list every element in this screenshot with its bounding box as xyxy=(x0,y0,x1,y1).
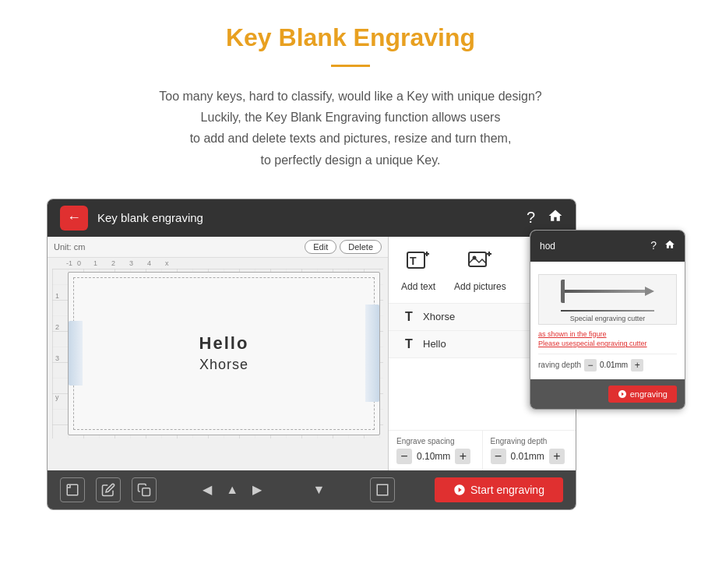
add-text-button[interactable]: T Add text xyxy=(401,248,435,292)
overlay-depth-row: raving depth − 0.01mm + xyxy=(538,354,677,371)
start-engraving-label: Start engraving xyxy=(470,484,544,496)
overlay-depth-label: raving depth xyxy=(538,361,581,369)
overlay-window: hod ? xyxy=(530,230,685,410)
overlay-header-icons: ? xyxy=(650,239,675,252)
v-ruler-3: 3 xyxy=(55,354,59,362)
overlay-engrave-button[interactable]: engraving xyxy=(608,386,677,403)
spacing-value: 0.10mm xyxy=(417,451,450,462)
spacing-stepper: − 0.10mm + xyxy=(396,449,474,464)
overlay-note: as shown in the figure Please usespecial… xyxy=(538,329,677,349)
svg-rect-11 xyxy=(143,488,150,496)
square-icon[interactable] xyxy=(370,477,395,502)
ruler-3: 3 xyxy=(129,259,133,267)
desc-line3: to add and delete texts and pictures, re… xyxy=(47,128,654,149)
ruler-0: 0 xyxy=(77,259,81,267)
overlay-engrave-label: engraving xyxy=(630,389,668,399)
cutter-line-bottom xyxy=(561,310,654,312)
desc-line2: Luckily, the Key Blank Engraving functio… xyxy=(47,107,654,128)
cutter-image-area: Special engraving cutter xyxy=(538,274,677,325)
resize-icon[interactable] xyxy=(60,477,85,502)
svg-rect-12 xyxy=(377,484,388,495)
bottom-toolbar: ◀ ▲ ▶ ▼ Start engraving xyxy=(48,470,576,509)
svg-rect-6 xyxy=(469,252,486,266)
v-ruler-2: 2 xyxy=(55,323,59,331)
canvas-panel: Unit: cm Edit Delete -1 0 1 2 xyxy=(48,237,389,470)
start-icon xyxy=(453,484,466,496)
overlay-bottom-bar: engraving xyxy=(530,379,685,409)
delete-button[interactable]: Delete xyxy=(340,240,382,254)
cutter-tip xyxy=(645,287,654,296)
arrow-down-btn[interactable]: ▼ xyxy=(308,479,330,501)
add-pictures-icon xyxy=(467,248,492,278)
depth-minus-btn[interactable]: − xyxy=(491,449,506,464)
desc-line4: to perfectly design a unique Key. xyxy=(47,150,654,171)
overlay-note-text: as shown in the figure xyxy=(538,330,607,338)
v-ruler-y: y xyxy=(55,393,59,401)
page-title: Key Blank Engraving xyxy=(47,23,654,52)
overlay-depth-stepper: − 0.01mm + xyxy=(584,359,643,371)
key-shape: Hello Xhorse xyxy=(68,272,380,435)
svg-rect-10 xyxy=(67,484,78,495)
app-header-right: ? xyxy=(527,208,563,227)
back-button[interactable]: ← xyxy=(60,206,88,231)
ruler-1: 1 xyxy=(93,259,97,267)
overlay-depth-minus-btn[interactable]: − xyxy=(584,359,597,371)
arrow-left-btn[interactable]: ◀ xyxy=(196,479,218,501)
app-header: ← Key blank engraving ? xyxy=(48,199,576,237)
start-engraving-button[interactable]: Start engraving xyxy=(435,477,563,502)
arrow-right-btn[interactable]: ▶ xyxy=(246,479,268,501)
app-header-left: ← Key blank engraving xyxy=(60,206,203,231)
key-left-shape xyxy=(69,321,83,386)
edit-delete-btns: Edit Delete xyxy=(305,240,382,254)
text-icon-xhorse: T xyxy=(401,310,417,324)
title-divider xyxy=(331,65,370,67)
depth-value: 0.01mm xyxy=(511,451,544,462)
unit-label: Unit: cm xyxy=(54,242,85,252)
ruler-minus1: -1 xyxy=(66,259,72,267)
text-icon-hello: T xyxy=(401,337,417,351)
overlay-engrave-icon xyxy=(618,389,627,399)
overlay-home-icon[interactable] xyxy=(664,239,675,252)
spacing-depth-row: Engrave spacing − 0.10mm + Engraving dep… xyxy=(389,430,576,470)
overlay-depth-plus-btn[interactable]: + xyxy=(631,359,643,371)
app-body: Unit: cm Edit Delete -1 0 1 2 xyxy=(48,237,576,470)
ruler-x: x xyxy=(165,259,169,267)
overlay-title: hod xyxy=(540,241,555,252)
spacing-plus-btn[interactable]: + xyxy=(455,449,470,464)
app-window: ← Key blank engraving ? Unit: cm xyxy=(47,199,576,510)
back-icon: ← xyxy=(67,209,81,226)
cutter-blade xyxy=(565,290,645,293)
edit-icon[interactable] xyxy=(96,477,121,502)
spacing-minus-btn[interactable]: − xyxy=(396,449,412,464)
key-text-hello: Hello xyxy=(199,333,249,354)
key-text-xhorse: Xhorse xyxy=(199,357,248,373)
arrow-up-btn[interactable]: ▲ xyxy=(221,479,243,501)
text-label-xhorse: Xhorse xyxy=(423,311,455,322)
canvas-top-bar: Unit: cm Edit Delete xyxy=(48,237,388,258)
vertical-ruler: 1 2 3 y xyxy=(55,292,59,401)
overlay-help-icon[interactable]: ? xyxy=(650,239,657,252)
toolbar-arrows: ◀ ▲ ▶ xyxy=(196,479,268,501)
help-icon[interactable]: ? xyxy=(527,209,535,227)
overlay-body: Special engraving cutter as shown in the… xyxy=(530,262,685,379)
arrow-ud: ▲ xyxy=(221,479,243,501)
text-label-hello: Hello xyxy=(423,338,446,350)
overlay-header: hod ? xyxy=(530,231,685,262)
edit-button[interactable]: Edit xyxy=(305,240,336,254)
key-design-container: 1 2 3 y xyxy=(52,269,383,438)
description: Too many keys, hard to classify, would l… xyxy=(47,86,654,171)
ruler-2: 2 xyxy=(111,259,115,267)
overlay-note-link: special engraving cutter xyxy=(573,340,647,347)
app-window-title: Key blank engraving xyxy=(97,211,203,224)
toolbar-icons xyxy=(60,477,157,502)
overlay-depth-value: 0.01mm xyxy=(600,361,628,369)
depth-plus-btn[interactable]: + xyxy=(549,449,565,464)
add-pictures-button[interactable]: Add pictures xyxy=(454,248,506,292)
desc-line1: Too many keys, hard to classify, would l… xyxy=(47,86,654,107)
engrave-spacing-col: Engrave spacing − 0.10mm + xyxy=(389,431,483,470)
add-text-label: Add text xyxy=(401,281,435,292)
engraving-depth-col: Engraving depth − 0.01mm + xyxy=(483,431,576,470)
home-icon[interactable] xyxy=(548,208,563,227)
add-text-icon: T xyxy=(406,248,431,278)
copy-icon[interactable] xyxy=(132,477,157,502)
